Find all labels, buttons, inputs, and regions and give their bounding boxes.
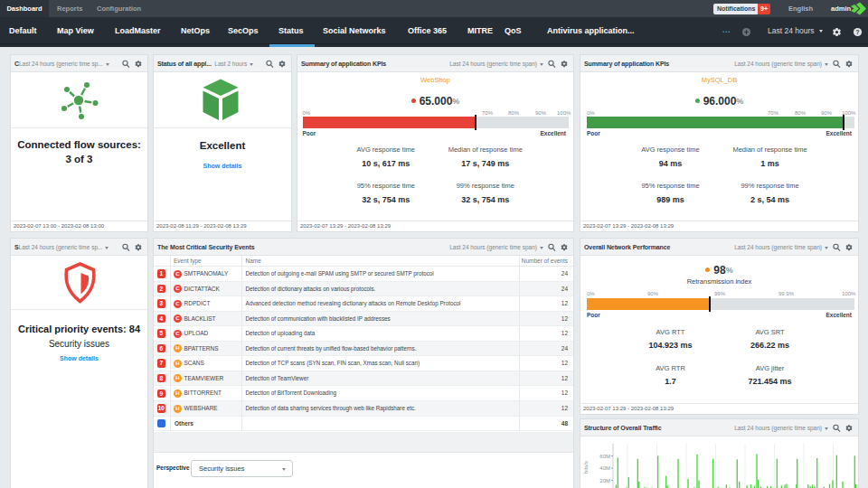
svg-text:60M: 60M xyxy=(599,454,610,459)
svg-text:bits/s: bits/s xyxy=(583,461,589,474)
svg-text:20M: 20M xyxy=(599,478,610,483)
svg-text:40M: 40M xyxy=(599,465,610,471)
svg-text:?: ? xyxy=(856,29,860,35)
